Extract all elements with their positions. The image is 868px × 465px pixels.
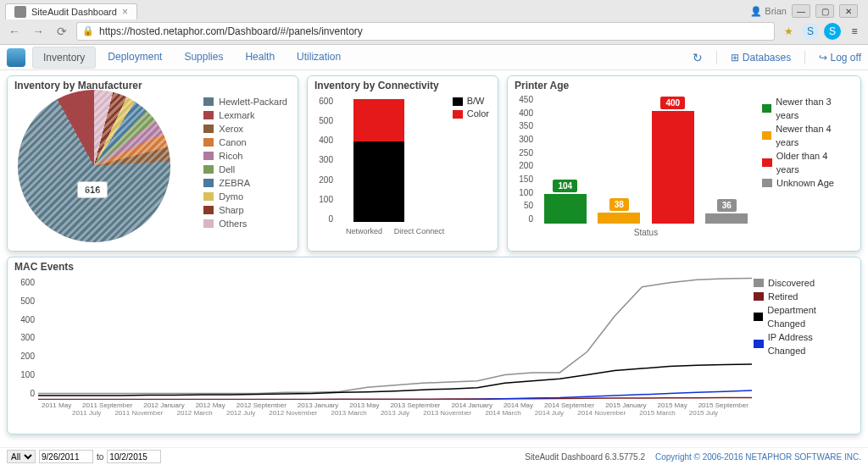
bar[interactable]: 104	[544, 180, 587, 224]
legend-item[interactable]: B/W	[453, 95, 489, 108]
stacked-bar	[353, 99, 404, 222]
legend-item[interactable]: Hewlett-Packard	[203, 95, 287, 108]
pie-legend: Hewlett-PackardLexmarkXeroxCanonRicohDel…	[200, 93, 291, 246]
legend-item[interactable]: Xerox	[203, 122, 287, 136]
legend-item[interactable]: Dymo	[203, 190, 287, 203]
x-labels-alt: 2011 July2011 November2012 March2012 Jul…	[38, 409, 752, 417]
legend-item[interactable]: Ricoh	[203, 149, 287, 163]
tab-close-icon[interactable]: ×	[122, 6, 128, 18]
product-version: SiteAudit Dashboard 6.3.5775.2	[525, 452, 645, 462]
legend-item[interactable]: Unknown Age	[762, 176, 852, 190]
tab-favicon	[14, 6, 26, 18]
window-close[interactable]: ✕	[839, 4, 858, 18]
legend-item[interactable]: ZEBRA	[203, 176, 287, 190]
legend-item[interactable]: Color	[453, 108, 489, 120]
app-toolbar: Inventory Deployment Supplies Health Uti…	[0, 45, 868, 70]
panel-inventory-connectivity: Inventory by Connectivity 60050040030020…	[307, 75, 498, 252]
logoff-link[interactable]: ↪ Log off	[819, 52, 861, 64]
copyright: Copyright © 2006-2016 NETAPHOR SOFTWARE …	[655, 452, 861, 462]
legend-item[interactable]: Newer than 4 years	[762, 122, 852, 149]
legend-item[interactable]: Retired	[754, 290, 852, 303]
legend-item[interactable]: Older than 4 years	[762, 149, 852, 176]
url-bar[interactable]: 🔒 https://hosted.netaphor.com/Dashboard/…	[76, 22, 775, 41]
pie-callout: 616	[77, 181, 108, 198]
legend-item[interactable]: Sharp	[203, 203, 287, 217]
y-axis: 6005004003002001000	[14, 278, 38, 398]
panel-title: MAC Events	[14, 261, 854, 273]
favorite-icon[interactable]: ★	[780, 23, 797, 40]
tab-title: SiteAudit Dashboard	[31, 7, 117, 17]
extension-icon[interactable]: S	[802, 23, 819, 40]
to-label: to	[97, 452, 103, 462]
panel-printer-age: Printer Age 450400350300250200150100500 …	[507, 75, 861, 252]
range-select[interactable]: All	[7, 450, 36, 463]
legend-item[interactable]: Newer than 3 years	[762, 95, 852, 122]
footer: All to SiteAudit Dashboard 6.3.5775.2 Co…	[0, 447, 868, 465]
panel-title: Inventory by Connectivity	[314, 80, 491, 91]
reload-icon[interactable]: ⟳	[53, 22, 71, 41]
line-chart[interactable]: 2011 May2011 September2012 January2012 M…	[38, 274, 752, 427]
panel-inventory-manufacturer: Inventory by Manufacturer 616 Hewlett-Pa…	[7, 75, 298, 252]
tab-utilization[interactable]: Utilization	[287, 47, 351, 69]
legend-item[interactable]: IP Address Changed	[754, 330, 852, 357]
date-from-input[interactable]	[39, 450, 93, 463]
browser-tab[interactable]: SiteAudit Dashboard ×	[5, 3, 137, 19]
bar-chart[interactable]: 1043840036 Status	[538, 93, 754, 239]
legend-item[interactable]: Department Changed	[754, 303, 852, 330]
date-to-input[interactable]	[107, 450, 161, 463]
nav-tabs: Inventory Deployment Supplies Health Uti…	[32, 47, 351, 69]
x-axis-label: Status	[538, 228, 754, 237]
window-maximize[interactable]: ▢	[815, 4, 834, 18]
panel-title: Printer Age	[515, 80, 854, 91]
tab-inventory[interactable]: Inventory	[32, 47, 96, 69]
x-label: Direct Connect	[392, 227, 447, 235]
legend-item[interactable]: Others	[203, 217, 287, 230]
user-badge: 👤 Brian	[750, 6, 787, 17]
lock-icon: 🔒	[82, 25, 94, 36]
tab-deployment[interactable]: Deployment	[97, 47, 172, 69]
panel-title: Inventory by Manufacturer	[14, 80, 291, 91]
tab-health[interactable]: Health	[235, 47, 285, 69]
menu-icon[interactable]: ≡	[846, 23, 863, 40]
panel-mac-events: MAC Events 6005004003002001000 2011 May2…	[7, 257, 861, 435]
bar[interactable]: 36	[705, 199, 748, 224]
legend: B/WColor	[451, 93, 491, 244]
skype-icon[interactable]: S	[824, 23, 841, 40]
bar-bw-seg	[353, 141, 404, 222]
back-icon[interactable]: ←	[5, 22, 24, 41]
forward-icon[interactable]: →	[29, 22, 47, 41]
legend: Newer than 3 yearsNewer than 4 yearsOlde…	[760, 93, 854, 246]
databases-link[interactable]: ⊞ Databases	[731, 52, 791, 64]
browser-chrome: SiteAudit Dashboard × 👤 Brian — ▢ ✕ ← → …	[0, 0, 868, 45]
x-label: Networked	[337, 227, 392, 235]
bar[interactable]: 400	[652, 97, 694, 224]
y-axis: 450400350300250200150100500	[515, 95, 537, 224]
legend-item[interactable]: Canon	[203, 136, 287, 149]
y-axis: 6005004003002001000	[314, 97, 337, 224]
url-text: https://hosted.netaphor.com/Dashboard/#/…	[99, 25, 363, 37]
tab-supplies[interactable]: Supplies	[174, 47, 233, 69]
app-logo-icon	[7, 48, 25, 67]
legend: DiscoveredRetiredDepartment ChangedIP Ad…	[752, 274, 854, 434]
pie-chart[interactable]: 616	[18, 90, 170, 242]
bar-chart[interactable]: Networked Direct Connect	[337, 93, 451, 237]
legend-item[interactable]: Dell	[203, 163, 287, 176]
legend-item[interactable]: Discovered	[754, 276, 852, 290]
bar-color-seg	[353, 99, 404, 141]
window-minimize[interactable]: —	[792, 4, 810, 18]
legend-item[interactable]: Lexmark	[203, 108, 287, 122]
x-labels: 2011 May2011 September2012 January2012 M…	[38, 401, 752, 409]
refresh-icon[interactable]: ↻	[693, 51, 703, 64]
bar[interactable]: 38	[598, 198, 640, 224]
